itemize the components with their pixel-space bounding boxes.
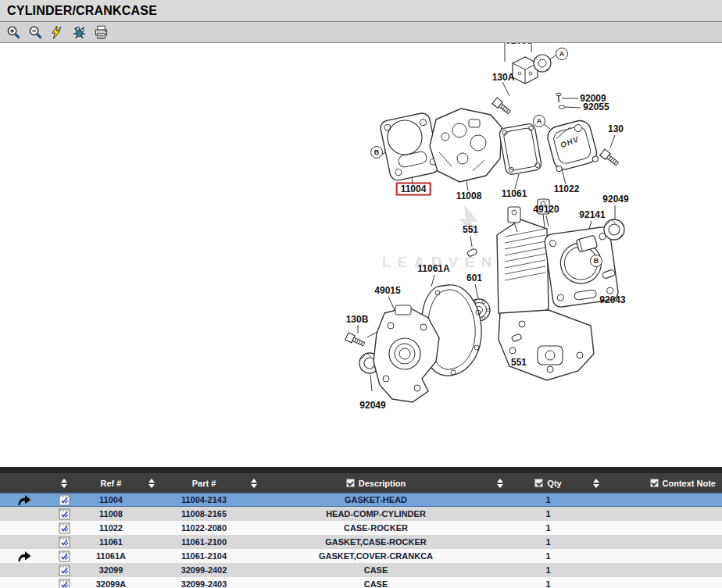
table-row-11004[interactable]: 1100411004-2143GASKET-HEAD1: [0, 493, 722, 507]
description-cell: GASKET,CASE-ROCKER: [261, 537, 491, 547]
part-label-130a[interactable]: 130A: [492, 73, 515, 83]
part-label-92055[interactable]: 92055: [583, 102, 609, 112]
context-arrow-cell[interactable]: [0, 494, 48, 506]
ref-cell: 11061: [80, 537, 142, 547]
detail-cell[interactable]: [48, 508, 80, 520]
qty-cell: 1: [509, 565, 587, 575]
detail-cell[interactable]: [48, 494, 80, 506]
part-label-11022[interactable]: 11022: [554, 184, 580, 194]
detail-cell[interactable]: [48, 522, 80, 534]
hotspots-button[interactable]: [71, 24, 87, 40]
table-row-11022[interactable]: 1102211022-2080CASE-ROCKER1: [0, 521, 722, 535]
detail-doc-icon[interactable]: [59, 565, 70, 576]
description-cell: GASKET-HEAD: [261, 495, 491, 504]
qty-cell: 1: [509, 551, 587, 561]
header-sort-cell: [491, 479, 509, 488]
part-label-49120[interactable]: 49120: [533, 205, 559, 215]
column-header-qty[interactable]: Qty: [509, 479, 587, 488]
qty-cell: 1: [509, 523, 587, 533]
detail-cell[interactable]: [48, 551, 80, 562]
sort-toggle-icon[interactable]: [148, 479, 155, 488]
part-label-551[interactable]: 551: [463, 225, 478, 235]
toolbar: [0, 22, 722, 43]
column-header-part-[interactable]: Part #: [161, 479, 247, 488]
header-sort-cell: [587, 479, 606, 488]
column-label: Description: [359, 479, 406, 488]
column-header-context-note[interactable]: Context Note: [606, 479, 722, 488]
description-cell: CASE: [261, 565, 491, 575]
callout-a-0[interactable]: A: [556, 48, 568, 60]
crankcase-cover-49015: [374, 305, 439, 402]
part-label-130b[interactable]: 130B: [346, 315, 369, 325]
column-checkbox[interactable]: [534, 479, 543, 487]
screw-92009: [556, 93, 561, 102]
context-arrow-cell[interactable]: [0, 551, 48, 562]
detail-cell[interactable]: [48, 536, 80, 548]
detail-doc-icon[interactable]: [59, 494, 70, 506]
part-label-49015[interactable]: 49015: [374, 286, 400, 296]
qty-cell: 1: [509, 579, 587, 588]
sort-toggle-icon[interactable]: [593, 479, 599, 488]
column-checkbox[interactable]: [650, 479, 659, 487]
ref-cell: 32099: [80, 565, 142, 575]
zoom-out-icon: [28, 25, 43, 40]
part-label-601[interactable]: 601: [466, 273, 482, 283]
callout-b-2[interactable]: B: [370, 146, 383, 159]
part-label-11061a[interactable]: 11061A: [417, 264, 449, 274]
part-cell: 11008-2165: [161, 509, 247, 519]
detail-doc-icon[interactable]: [59, 536, 70, 548]
part-label-130[interactable]: 130: [608, 124, 624, 134]
rocker-gasket-11061: [499, 123, 542, 175]
part-label-11008[interactable]: 11008: [456, 191, 482, 201]
sort-toggle-icon[interactable]: [497, 479, 503, 488]
detail-doc-icon[interactable]: [59, 579, 70, 588]
table-row-32099a[interactable]: 32099A32099-2403CASE1: [0, 577, 722, 588]
sort-toggle-icon[interactable]: [61, 479, 67, 488]
part-label-92141[interactable]: 92141: [579, 210, 605, 220]
table-row-11061[interactable]: 1106111061-2100GASKET,CASE-ROCKER1: [0, 535, 722, 549]
part-label-551[interactable]: 551: [511, 358, 527, 368]
print-button[interactable]: [93, 24, 109, 40]
column-header-description[interactable]: Description: [261, 479, 491, 488]
part-label-92043[interactable]: 92043: [599, 295, 625, 305]
callout-b-3[interactable]: B: [590, 255, 602, 267]
column-checkbox[interactable]: [346, 479, 355, 487]
table-row-11061a[interactable]: 11061A11061-2104GASKET,COVER-CRANKCA1: [0, 549, 722, 563]
parts-catalog-page: { "title": "CYLINDER/CRANKCASE", "toolba…: [0, 0, 722, 588]
parts-table: Ref #Part #DescriptionQtyContext Note 11…: [0, 467, 722, 588]
title-bar: CYLINDER/CRANKCASE: [0, 0, 722, 22]
bolt-130b: [345, 333, 366, 347]
part-label-92066[interactable]: 92066: [506, 43, 531, 46]
pin-551-upper: [466, 248, 477, 257]
header-sort-cell: [48, 479, 80, 488]
part-label-11061[interactable]: 11061: [502, 189, 527, 199]
zoom-out-button[interactable]: [27, 24, 43, 40]
callout-a-1[interactable]: A: [533, 115, 545, 127]
context-arrow-icon[interactable]: [16, 494, 32, 506]
lightning-button[interactable]: [49, 24, 65, 40]
detail-doc-icon[interactable]: [59, 522, 70, 534]
ref-cell: 11022: [80, 523, 142, 533]
header-sort-cell: [142, 479, 161, 488]
header-sort-cell: [247, 479, 261, 488]
detail-cell[interactable]: [48, 565, 80, 576]
description-cell: HEAD-COMP-CYLINDER: [261, 509, 491, 519]
cylinder-head-11008: [430, 109, 502, 182]
part-label-92049[interactable]: 92049: [602, 194, 628, 205]
detail-cell[interactable]: [48, 579, 80, 588]
zoom-in-icon: [6, 25, 21, 40]
part-label-92049[interactable]: 92049: [359, 401, 385, 411]
table-row-32099[interactable]: 3209932099-2402CASE1: [0, 563, 722, 577]
table-row-11008[interactable]: 1100811008-2165HEAD-COMP-CYLINDER1: [0, 507, 722, 521]
part-cell: 32099-2403: [161, 579, 247, 588]
detail-doc-icon[interactable]: [59, 551, 70, 562]
sort-toggle-icon[interactable]: [251, 479, 257, 488]
column-label: Ref #: [101, 479, 122, 488]
zoom-in-button[interactable]: [5, 24, 21, 40]
part-cell: 32099-2402: [161, 565, 247, 575]
lightning-icon: [50, 25, 64, 40]
context-arrow-icon[interactable]: [16, 551, 32, 562]
detail-doc-icon[interactable]: [59, 508, 70, 520]
column-header-ref-[interactable]: Ref #: [80, 479, 142, 488]
part-label-11004-selected[interactable]: 11004: [396, 183, 431, 196]
